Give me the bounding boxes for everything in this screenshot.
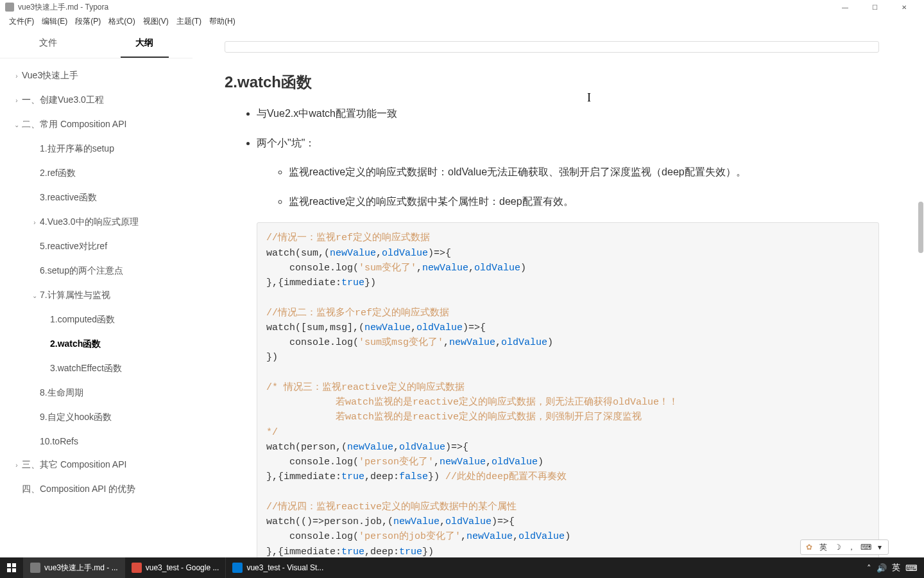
app-icon [132, 563, 142, 573]
tab-files[interactable]: 文件 [0, 28, 96, 58]
tab-outline[interactable]: 大纲 [96, 28, 193, 58]
ime-keyboard-icon[interactable]: ⌨ [860, 541, 871, 553]
outline-item[interactable]: ⌄二、常用 Composition API [0, 112, 193, 137]
outline-item[interactable]: 8.生命周期 [0, 381, 193, 405]
menubar: 文件(F) 编辑(E) 段落(P) 格式(O) 视图(V) 主题(T) 帮助(H… [0, 14, 924, 28]
window-title: vue3快速上手.md - Typora [18, 2, 108, 13]
tray-keyboard-icon[interactable]: ⌨ [905, 563, 918, 573]
chevron-icon: ⌄ [31, 292, 38, 299]
chevron-icon: › [13, 97, 21, 104]
outline-item[interactable]: ⌄7.计算属性与监视 [0, 283, 193, 308]
outline-item-label: 三、其它 Composition API [22, 459, 126, 471]
code-block[interactable]: //情况一：监视ref定义的响应式数据 watch(sum,(newValue,… [257, 222, 879, 557]
ime-comma-icon[interactable]: ， [846, 541, 857, 553]
outline-item-label: 1.computed函数 [50, 314, 115, 326]
menu-format[interactable]: 格式(O) [105, 15, 139, 28]
editor[interactable]: 2.watch函数 I 与Vue2.x中watch配置功能一致 两个小"坑"： … [193, 28, 924, 557]
outline-item[interactable]: 5.reactive对比ref [0, 234, 193, 259]
taskbar-item-label: vue3_test - Visual St... [246, 563, 323, 572]
outline-item[interactable]: ›4.Vue3.0中的响应式原理 [0, 210, 193, 234]
outline-item-label: 3.watchEffect函数 [50, 363, 122, 374]
outline-item[interactable]: ›一、创建Vue3.0工程 [0, 88, 193, 112]
svg-rect-2 [7, 568, 11, 572]
outline-item-label: 1.拉开序幕的setup [40, 143, 114, 155]
tray-volume-icon[interactable]: 🔊 [877, 563, 887, 573]
taskbar-item[interactable]: vue3快速上手.md - ... [23, 557, 124, 578]
outline-list: ›Vue3快速上手›一、创建Vue3.0工程⌄二、常用 Composition … [0, 58, 193, 557]
taskbar-item-label: vue3_test - Google ... [146, 563, 219, 572]
sub-bullet-item: 监视reactive定义的响应式数据中某个属性时：deep配置有效。 [289, 193, 879, 210]
menu-view[interactable]: 视图(V) [139, 15, 173, 28]
outline-item[interactable]: 1.拉开序幕的setup [0, 137, 193, 161]
svg-rect-0 [7, 563, 11, 567]
svg-rect-3 [12, 568, 16, 572]
system-tray[interactable]: ˄ 🔊 英 ⌨ [860, 562, 924, 574]
outline-item[interactable]: ›Vue3快速上手 [0, 64, 193, 88]
outline-item-label: 2.ref函数 [40, 168, 76, 179]
menu-edit[interactable]: 编辑(E) [38, 15, 71, 28]
outline-item[interactable]: 3.watchEffect函数 [0, 356, 193, 381]
chevron-icon: › [13, 73, 21, 80]
titlebar: vue3快速上手.md - Typora — ☐ ✕ [0, 0, 924, 14]
outline-item-label: 4.Vue3.0中的响应式原理 [40, 216, 139, 228]
taskbar-item-label: vue3快速上手.md - ... [44, 563, 118, 574]
text-cursor-icon: I [587, 91, 591, 105]
taskbar-item[interactable]: vue3_test - Visual St... [225, 557, 330, 578]
code-block-collapsed [225, 41, 879, 53]
ime-lang[interactable]: 英 [817, 541, 829, 553]
menu-help[interactable]: 帮助(H) [205, 15, 239, 28]
outline-item[interactable]: 10.toRefs [0, 430, 193, 453]
scrollbar-thumb[interactable] [918, 202, 923, 253]
menu-paragraph[interactable]: 段落(P) [71, 15, 105, 28]
heading-watch: 2.watch函数 [225, 72, 879, 92]
outline-item[interactable]: ›三、其它 Composition API [0, 453, 193, 477]
tray-up-icon[interactable]: ˄ [867, 563, 871, 573]
outline-item[interactable]: 1.computed函数 [0, 308, 193, 332]
tray-ime-icon[interactable]: 英 [892, 562, 900, 574]
ime-moon-icon[interactable]: ☽ [832, 541, 843, 553]
outline-item[interactable]: 2.watch函数 [0, 332, 193, 356]
outline-item-label: 7.计算属性与监视 [40, 290, 110, 301]
outline-item-label: 二、常用 Composition API [22, 119, 126, 130]
menu-theme[interactable]: 主题(T) [173, 15, 205, 28]
outline-item[interactable]: 3.reactive函数 [0, 186, 193, 210]
start-button[interactable] [0, 557, 23, 578]
ime-dropdown-icon[interactable]: ▾ [874, 541, 886, 553]
sidebar: 文件 大纲 ›Vue3快速上手›一、创建Vue3.0工程⌄二、常用 Compos… [0, 28, 193, 557]
outline-item-label: 2.watch函数 [50, 338, 101, 350]
ime-flower-icon[interactable]: ✿ [803, 541, 815, 553]
taskbar-item[interactable]: vue3_test - Google ... [124, 557, 226, 578]
app-icon [232, 563, 243, 573]
outline-item-label: Vue3快速上手 [22, 70, 78, 82]
outline-item[interactable]: 四、Composition API 的优势 [0, 477, 193, 502]
maximize-button[interactable]: ☐ [860, 0, 889, 14]
outline-item-label: 8.生命周期 [40, 387, 83, 399]
chevron-icon: › [31, 219, 38, 226]
ime-toolbar[interactable]: ✿ 英 ☽ ， ⌨ ▾ [800, 539, 889, 555]
menu-file[interactable]: 文件(F) [5, 15, 38, 28]
chevron-icon: › [13, 462, 21, 469]
outline-item[interactable]: 2.ref函数 [0, 161, 193, 186]
outline-item-label: 四、Composition API 的优势 [22, 484, 135, 495]
outline-item[interactable]: 6.setup的两个注意点 [0, 259, 193, 283]
app-icon [5, 3, 14, 12]
outline-item-label: 6.setup的两个注意点 [40, 265, 123, 277]
outline-item-label: 9.自定义hook函数 [40, 412, 112, 423]
svg-rect-1 [12, 563, 16, 567]
sub-bullet-item: 监视reactive定义的响应式数据时：oldValue无法正确获取、强制开启了… [289, 164, 879, 180]
close-button[interactable]: ✕ [889, 0, 919, 14]
outline-item-label: 一、创建Vue3.0工程 [22, 94, 104, 106]
bullet-item: 两个小"坑"： 监视reactive定义的响应式数据时：oldValue无法正确… [257, 135, 879, 557]
outline-item-label: 10.toRefs [40, 436, 78, 446]
outline-item-label: 3.reactive函数 [40, 192, 97, 204]
outline-item-label: 5.reactive对比ref [40, 241, 107, 252]
chevron-icon: ⌄ [13, 121, 21, 128]
outline-item[interactable]: 9.自定义hook函数 [0, 405, 193, 430]
app-icon [30, 563, 40, 573]
minimize-button[interactable]: — [830, 0, 860, 14]
bullet-item: 与Vue2.x中watch配置功能一致 [257, 105, 879, 122]
taskbar: vue3快速上手.md - ...vue3_test - Google ...v… [0, 557, 924, 578]
